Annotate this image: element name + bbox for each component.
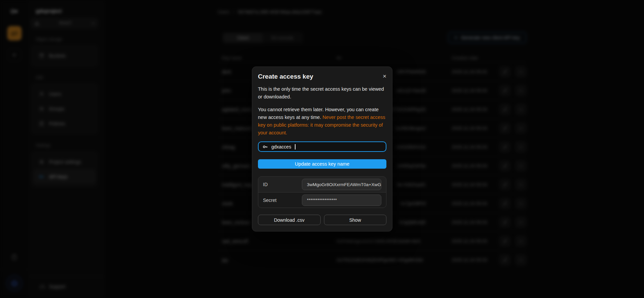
update-access-key-name-button[interactable]: Update access key name <box>258 159 386 169</box>
secret-label: Secret <box>263 198 302 203</box>
create-access-key-modal: Create access key × This is the only tim… <box>252 67 392 231</box>
download-csv-button[interactable]: Download .csv <box>258 215 321 225</box>
show-button[interactable]: Show <box>324 215 387 225</box>
modal-paragraph-2: You cannot retrieve them later. However,… <box>258 106 386 137</box>
credentials-row-id: ID 3wMgoGr8OiXxrmFEAWmT0a+XwG... <box>258 177 386 192</box>
access-key-name-input[interactable]: gdxacces <box>258 141 386 152</box>
credentials-box: ID 3wMgoGr8OiXxrmFEAWmT0a+XwG... Secret … <box>258 176 386 208</box>
app-window: gd + <box>0 0 644 298</box>
close-icon[interactable]: × <box>383 73 386 79</box>
credentials-row-secret: Secret ***************** <box>258 192 386 208</box>
text-caret <box>295 144 296 150</box>
access-key-name-value: gdxacces <box>271 144 291 150</box>
key-icon <box>263 144 268 150</box>
id-label: ID <box>263 182 302 187</box>
modal-paragraph-1: This is the only time the secret access … <box>258 85 386 101</box>
id-value[interactable]: 3wMgoGr8OiXxrmFEAWmT0a+XwG... <box>302 179 381 190</box>
modal-title: Create access key <box>258 73 313 80</box>
secret-value[interactable]: ***************** <box>302 195 381 206</box>
